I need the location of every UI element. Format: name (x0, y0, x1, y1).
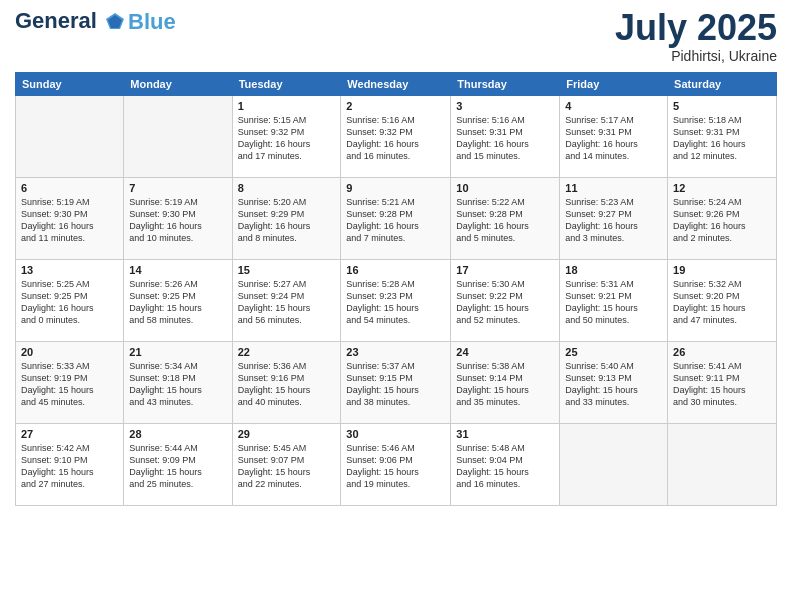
day-info: Sunrise: 5:25 AMSunset: 9:25 PMDaylight:… (21, 278, 118, 327)
day-number: 13 (21, 264, 118, 276)
day-info: Sunrise: 5:36 AMSunset: 9:16 PMDaylight:… (238, 360, 336, 409)
day-number: 27 (21, 428, 118, 440)
day-info: Sunrise: 5:38 AMSunset: 9:14 PMDaylight:… (456, 360, 554, 409)
day-number: 28 (129, 428, 226, 440)
calendar-cell: 29Sunrise: 5:45 AMSunset: 9:07 PMDayligh… (232, 424, 341, 506)
day-number: 10 (456, 182, 554, 194)
calendar-cell: 16Sunrise: 5:28 AMSunset: 9:23 PMDayligh… (341, 260, 451, 342)
logo-blue: Blue (128, 11, 176, 33)
day-info: Sunrise: 5:28 AMSunset: 9:23 PMDaylight:… (346, 278, 445, 327)
calendar-cell: 24Sunrise: 5:38 AMSunset: 9:14 PMDayligh… (451, 342, 560, 424)
calendar-cell: 10Sunrise: 5:22 AMSunset: 9:28 PMDayligh… (451, 178, 560, 260)
calendar-table: Sunday Monday Tuesday Wednesday Thursday… (15, 72, 777, 506)
day-info: Sunrise: 5:19 AMSunset: 9:30 PMDaylight:… (21, 196, 118, 245)
logo-flag-icon (104, 11, 126, 33)
calendar-cell: 2Sunrise: 5:16 AMSunset: 9:32 PMDaylight… (341, 96, 451, 178)
header-wednesday: Wednesday (341, 73, 451, 96)
calendar-cell: 1Sunrise: 5:15 AMSunset: 9:32 PMDaylight… (232, 96, 341, 178)
day-number: 31 (456, 428, 554, 440)
calendar-cell: 31Sunrise: 5:48 AMSunset: 9:04 PMDayligh… (451, 424, 560, 506)
day-info: Sunrise: 5:16 AMSunset: 9:32 PMDaylight:… (346, 114, 445, 163)
location: Pidhirtsi, Ukraine (615, 48, 777, 64)
day-number: 6 (21, 182, 118, 194)
calendar-week-5: 27Sunrise: 5:42 AMSunset: 9:10 PMDayligh… (16, 424, 777, 506)
day-info: Sunrise: 5:48 AMSunset: 9:04 PMDaylight:… (456, 442, 554, 491)
calendar-cell (560, 424, 668, 506)
day-number: 19 (673, 264, 771, 276)
day-info: Sunrise: 5:20 AMSunset: 9:29 PMDaylight:… (238, 196, 336, 245)
calendar-cell (16, 96, 124, 178)
calendar-cell: 19Sunrise: 5:32 AMSunset: 9:20 PMDayligh… (668, 260, 777, 342)
calendar-cell: 14Sunrise: 5:26 AMSunset: 9:25 PMDayligh… (124, 260, 232, 342)
calendar-week-4: 20Sunrise: 5:33 AMSunset: 9:19 PMDayligh… (16, 342, 777, 424)
calendar-cell: 11Sunrise: 5:23 AMSunset: 9:27 PMDayligh… (560, 178, 668, 260)
day-info: Sunrise: 5:16 AMSunset: 9:31 PMDaylight:… (456, 114, 554, 163)
header-friday: Friday (560, 73, 668, 96)
day-number: 3 (456, 100, 554, 112)
day-number: 30 (346, 428, 445, 440)
calendar-week-1: 1Sunrise: 5:15 AMSunset: 9:32 PMDaylight… (16, 96, 777, 178)
day-number: 24 (456, 346, 554, 358)
day-info: Sunrise: 5:23 AMSunset: 9:27 PMDaylight:… (565, 196, 662, 245)
calendar-cell: 26Sunrise: 5:41 AMSunset: 9:11 PMDayligh… (668, 342, 777, 424)
calendar-cell: 5Sunrise: 5:18 AMSunset: 9:31 PMDaylight… (668, 96, 777, 178)
calendar-cell: 3Sunrise: 5:16 AMSunset: 9:31 PMDaylight… (451, 96, 560, 178)
day-info: Sunrise: 5:33 AMSunset: 9:19 PMDaylight:… (21, 360, 118, 409)
day-number: 20 (21, 346, 118, 358)
day-info: Sunrise: 5:46 AMSunset: 9:06 PMDaylight:… (346, 442, 445, 491)
calendar-body: 1Sunrise: 5:15 AMSunset: 9:32 PMDaylight… (16, 96, 777, 506)
day-number: 14 (129, 264, 226, 276)
calendar-cell: 8Sunrise: 5:20 AMSunset: 9:29 PMDaylight… (232, 178, 341, 260)
calendar-cell: 4Sunrise: 5:17 AMSunset: 9:31 PMDaylight… (560, 96, 668, 178)
day-info: Sunrise: 5:45 AMSunset: 9:07 PMDaylight:… (238, 442, 336, 491)
day-number: 4 (565, 100, 662, 112)
header-monday: Monday (124, 73, 232, 96)
calendar-week-2: 6Sunrise: 5:19 AMSunset: 9:30 PMDaylight… (16, 178, 777, 260)
day-info: Sunrise: 5:27 AMSunset: 9:24 PMDaylight:… (238, 278, 336, 327)
calendar-cell: 9Sunrise: 5:21 AMSunset: 9:28 PMDaylight… (341, 178, 451, 260)
calendar-cell: 28Sunrise: 5:44 AMSunset: 9:09 PMDayligh… (124, 424, 232, 506)
calendar-cell: 7Sunrise: 5:19 AMSunset: 9:30 PMDaylight… (124, 178, 232, 260)
day-number: 17 (456, 264, 554, 276)
title-block: July 2025 Pidhirtsi, Ukraine (615, 10, 777, 64)
day-info: Sunrise: 5:19 AMSunset: 9:30 PMDaylight:… (129, 196, 226, 245)
calendar-cell: 20Sunrise: 5:33 AMSunset: 9:19 PMDayligh… (16, 342, 124, 424)
day-number: 9 (346, 182, 445, 194)
header-thursday: Thursday (451, 73, 560, 96)
calendar-cell: 27Sunrise: 5:42 AMSunset: 9:10 PMDayligh… (16, 424, 124, 506)
calendar-cell: 15Sunrise: 5:27 AMSunset: 9:24 PMDayligh… (232, 260, 341, 342)
day-info: Sunrise: 5:34 AMSunset: 9:18 PMDaylight:… (129, 360, 226, 409)
calendar-week-3: 13Sunrise: 5:25 AMSunset: 9:25 PMDayligh… (16, 260, 777, 342)
day-number: 26 (673, 346, 771, 358)
day-info: Sunrise: 5:24 AMSunset: 9:26 PMDaylight:… (673, 196, 771, 245)
calendar-cell (124, 96, 232, 178)
day-info: Sunrise: 5:22 AMSunset: 9:28 PMDaylight:… (456, 196, 554, 245)
calendar-cell: 6Sunrise: 5:19 AMSunset: 9:30 PMDaylight… (16, 178, 124, 260)
calendar-cell: 22Sunrise: 5:36 AMSunset: 9:16 PMDayligh… (232, 342, 341, 424)
day-info: Sunrise: 5:42 AMSunset: 9:10 PMDaylight:… (21, 442, 118, 491)
header-sunday: Sunday (16, 73, 124, 96)
calendar-cell: 13Sunrise: 5:25 AMSunset: 9:25 PMDayligh… (16, 260, 124, 342)
day-info: Sunrise: 5:21 AMSunset: 9:28 PMDaylight:… (346, 196, 445, 245)
day-number: 8 (238, 182, 336, 194)
day-number: 18 (565, 264, 662, 276)
day-number: 12 (673, 182, 771, 194)
day-number: 29 (238, 428, 336, 440)
day-number: 25 (565, 346, 662, 358)
calendar-cell: 17Sunrise: 5:30 AMSunset: 9:22 PMDayligh… (451, 260, 560, 342)
header: General Blue July 2025 Pidhirtsi, Ukrain… (15, 10, 777, 64)
day-number: 21 (129, 346, 226, 358)
day-number: 16 (346, 264, 445, 276)
day-info: Sunrise: 5:32 AMSunset: 9:20 PMDaylight:… (673, 278, 771, 327)
calendar-cell (668, 424, 777, 506)
day-info: Sunrise: 5:44 AMSunset: 9:09 PMDaylight:… (129, 442, 226, 491)
day-number: 5 (673, 100, 771, 112)
calendar-header: Sunday Monday Tuesday Wednesday Thursday… (16, 73, 777, 96)
logo: General Blue (15, 10, 176, 33)
logo-text: General Blue (15, 10, 176, 33)
logo-general: General (15, 8, 97, 33)
day-info: Sunrise: 5:17 AMSunset: 9:31 PMDaylight:… (565, 114, 662, 163)
page: General Blue July 2025 Pidhirtsi, Ukrain… (0, 0, 792, 612)
day-number: 15 (238, 264, 336, 276)
day-number: 7 (129, 182, 226, 194)
